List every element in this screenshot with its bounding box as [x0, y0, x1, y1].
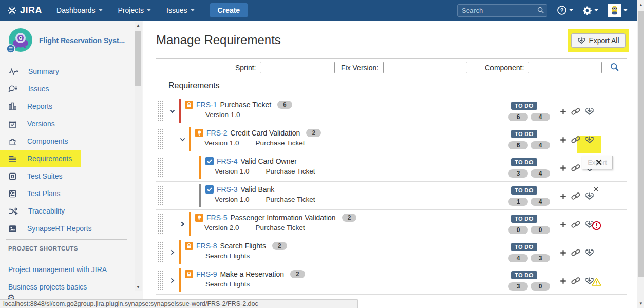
drag-handle[interactable] [157, 129, 163, 150]
add-icon[interactable] [560, 249, 566, 256]
count-pill[interactable]: 6 [508, 113, 528, 121]
drag-handle[interactable] [157, 185, 163, 206]
chevron-right-icon[interactable] [169, 249, 176, 256]
count-pill[interactable]: 4 [531, 141, 550, 149]
drag-handle[interactable] [157, 157, 163, 178]
status-badge: TO DO [511, 102, 537, 110]
count-pill[interactable]: 6 [508, 141, 528, 149]
project-header[interactable]: Flight Reservation Syst... [6, 28, 127, 53]
issue-key-link[interactable]: FRS-1 [196, 101, 217, 109]
export-all-button[interactable]: Export All [571, 33, 625, 48]
link-icon[interactable] [571, 191, 580, 201]
window-scrollbar[interactable]: ▲ ▼ [637, 0, 644, 308]
count-pill[interactable]: 3 [508, 169, 528, 178]
link-icon[interactable] [571, 220, 580, 229]
sidebar-item-components[interactable]: Components [0, 132, 134, 150]
drag-handle[interactable] [157, 101, 163, 122]
add-icon[interactable] [560, 193, 566, 200]
sidebar-item-test-plans[interactable]: Test Plans [0, 185, 134, 202]
scrollbar-thumb[interactable] [638, 11, 644, 277]
link-icon[interactable] [571, 107, 580, 116]
page-title: Manage Requirements [156, 33, 281, 47]
chevron-down-icon[interactable] [179, 136, 186, 143]
nav-item-projects[interactable]: Projects [118, 6, 151, 14]
scroll-down-arrow[interactable]: ▼ [637, 300, 644, 307]
count-pill[interactable]: 3 [531, 254, 550, 262]
component-input[interactable] [528, 62, 602, 73]
chevron-down-icon [99, 9, 103, 12]
issue-key-link[interactable]: FRS-3 [217, 185, 237, 194]
add-icon[interactable] [560, 278, 566, 284]
sidebar-item-versions[interactable]: Versions [0, 115, 134, 132]
nav-item-issues[interactable]: Issues [166, 6, 194, 14]
close-icon[interactable] [593, 186, 599, 192]
add-icon[interactable] [560, 108, 566, 115]
sidebar-item-synapsert-reports[interactable]: SynapseRT Reports [0, 220, 134, 237]
chevron-right-icon[interactable] [169, 277, 176, 284]
settings-menu[interactable] [582, 6, 598, 15]
scroll-up-arrow[interactable]: ▲ [637, 1, 644, 8]
issue-key-link[interactable]: FRS-2 [206, 129, 227, 137]
help-menu[interactable]: ? [557, 5, 573, 15]
user-avatar [608, 4, 621, 17]
sidebar-item-reports[interactable]: Reports [0, 98, 134, 115]
nav-item-dashboards[interactable]: Dashboards [56, 6, 103, 14]
scrollbar-thumb[interactable] [135, 31, 141, 86]
nav-search-input[interactable] [457, 4, 547, 17]
export-icon[interactable] [585, 135, 594, 144]
count-pill[interactable]: 0 [531, 282, 550, 291]
export-icon[interactable] [585, 191, 594, 201]
export-all-highlight: Export All [568, 29, 629, 52]
user-menu[interactable] [608, 4, 628, 17]
project-shortcut-link[interactable]: Business projects basics [8, 283, 87, 291]
svg-text:?: ? [560, 7, 564, 13]
add-icon[interactable] [560, 165, 566, 171]
count-pill[interactable]: 1 [508, 198, 528, 206]
image-icon [8, 224, 17, 233]
sprint-input[interactable] [260, 62, 335, 73]
issue-key-link[interactable]: FRS-9 [196, 270, 217, 278]
count-pill[interactable]: 4 [508, 254, 528, 262]
sidebar-item-traceability[interactable]: Traceability [0, 202, 134, 220]
count-pill[interactable]: 4 [531, 113, 550, 121]
drag-handle[interactable] [157, 242, 163, 263]
create-button[interactable]: Create [210, 3, 248, 17]
issue-key-link[interactable]: FRS-4 [217, 157, 237, 165]
search-icon[interactable] [537, 7, 544, 14]
sidebar-item-issues[interactable]: Issues [0, 80, 134, 98]
count-pill[interactable]: 4 [531, 169, 550, 178]
issue-key-link[interactable]: FRS-5 [206, 214, 227, 222]
jira-logo[interactable]: JIRA [7, 5, 42, 16]
task-icon [205, 185, 214, 194]
drag-handle[interactable] [157, 214, 163, 235]
scroll-down-arrow[interactable]: ▼ [135, 283, 142, 291]
chevron-right-icon[interactable] [179, 221, 186, 227]
issue-key-link[interactable]: FRS-8 [196, 242, 217, 250]
chevron-down-icon[interactable] [169, 108, 176, 114]
status-badge: TO DO [511, 158, 537, 166]
export-icon[interactable] [585, 107, 594, 116]
sidebar-item-summary[interactable]: Summary [0, 63, 134, 80]
add-icon[interactable] [560, 137, 566, 143]
add-icon[interactable] [560, 221, 566, 228]
sidebar-item-test-suites[interactable]: Test Suites [0, 167, 134, 185]
sidebar-scrollbar[interactable]: ▲ ▼ [135, 22, 142, 291]
drag-handle[interactable] [157, 270, 163, 291]
jira-logo-text: JIRA [20, 5, 42, 16]
count-pill[interactable]: 4 [531, 198, 550, 206]
sidebar-item-requirements[interactable]: Requirements [0, 150, 81, 167]
link-icon[interactable] [571, 135, 580, 144]
link-icon[interactable] [571, 163, 580, 172]
export-icon[interactable] [585, 248, 594, 257]
link-icon[interactable] [571, 248, 580, 257]
link-icon[interactable] [571, 276, 580, 285]
scroll-up-arrow[interactable]: ▲ [135, 22, 142, 29]
project-shortcut-link[interactable]: Project management with JIRA [8, 265, 107, 274]
chevron-down-icon [147, 9, 151, 12]
count-pill[interactable]: 0 [531, 226, 550, 234]
count-pill[interactable]: 3 [508, 282, 528, 291]
count-pill[interactable]: 0 [508, 226, 528, 234]
filter-search-icon[interactable] [610, 63, 619, 72]
fix-version-input[interactable] [383, 62, 467, 73]
priority-bar [189, 212, 191, 236]
